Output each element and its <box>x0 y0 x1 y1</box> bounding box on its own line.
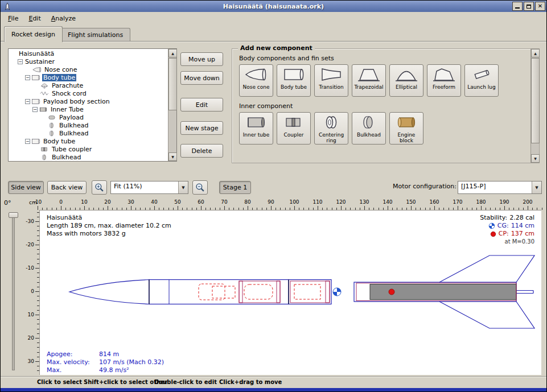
tree-item-nose-cone[interactable]: Nose cone <box>9 65 168 73</box>
tree-expander-icon[interactable]: − <box>25 75 30 80</box>
tree-item-bulkhead[interactable]: Bulkhead <box>9 153 168 161</box>
maximize-button[interactable] <box>524 2 534 11</box>
max-velocity-value: 107 m/s (Mach 0.32) <box>99 358 164 366</box>
minimize-button[interactable] <box>512 2 523 11</box>
tree-item-payload[interactable]: Payload <box>9 113 168 121</box>
menu-edit[interactable]: Edit <box>23 13 46 24</box>
title-bar[interactable]: Haisunäätä (haisunaata.ork) ✕ <box>1 1 546 12</box>
tree-expander-icon[interactable]: − <box>32 107 38 112</box>
component-button-label: Body tube <box>280 85 307 90</box>
add-elliptical-button[interactable]: Elliptical <box>389 64 423 97</box>
tree-action-buttons: Move upMove downEditNew stageDelete <box>180 52 223 160</box>
bulkhead-icon <box>357 115 380 131</box>
tree-item-label: Bulkhead <box>58 122 89 129</box>
menu-file[interactable]: File <box>3 13 23 24</box>
scroll-up-icon[interactable]: ▲ <box>531 49 540 57</box>
move-up-button[interactable]: Move up <box>180 52 223 66</box>
scroll-up-icon[interactable]: ▲ <box>168 49 177 57</box>
window-title: Haisunäätä (haisunaata.ork) <box>1 3 546 10</box>
add-trapezoidal-button[interactable]: Trapezoidal <box>352 64 386 97</box>
tree-item-label: Tube coupler <box>51 146 93 153</box>
tree-item-bulkhead[interactable]: Bulkhead <box>9 129 168 137</box>
motor-configuration-select[interactable]: [J115-P] ▼ <box>458 181 542 194</box>
add-panel-scrollbar[interactable]: ▲ ▼ <box>530 49 539 163</box>
tree-scrollbar[interactable]: ▲ ▼ <box>168 49 176 161</box>
status-bar: Click to select Shift+click to select ot… <box>1 376 547 388</box>
rocket-canvas[interactable]: Haisunäätä Length 189 cm, max. diameter … <box>39 210 541 375</box>
max-acceleration-value: 49.8 m/s² <box>99 366 129 375</box>
add-freeform-button[interactable]: Freeform <box>427 64 461 97</box>
tree-item-sustainer[interactable]: −Sustainer <box>9 57 168 65</box>
new-stage-button[interactable]: New stage <box>180 121 223 135</box>
cg-marker <box>333 288 341 296</box>
tree-item-payload-body-section[interactable]: −Payload body section <box>9 97 168 105</box>
add-inner-tube-button[interactable]: Inner tube <box>239 112 273 145</box>
add-panel-scrollbar-thumb[interactable] <box>531 58 540 143</box>
chevron-down-icon[interactable]: ▼ <box>178 181 188 193</box>
zoom-in-button[interactable] <box>92 180 107 195</box>
apogee-label: Apogee: <box>47 350 99 358</box>
scroll-down-icon[interactable]: ▼ <box>168 152 177 161</box>
tree-item-body-tube[interactable]: −Body tube <box>9 137 168 145</box>
rotation-slider-handle[interactable] <box>9 212 18 218</box>
tree-expander-icon[interactable]: − <box>25 99 30 104</box>
shock-cord-icon <box>40 90 50 97</box>
menu-analyze[interactable]: Analyze <box>46 13 81 24</box>
add-engine-block-button[interactable]: Engine block <box>389 112 423 145</box>
tree-item-label: Nose cone <box>43 66 78 73</box>
tab-rocket-design[interactable]: Rocket design <box>4 26 63 42</box>
tab-flight-simulations[interactable]: Flight simulations <box>60 28 130 41</box>
component-button-label: Trapezoidal <box>353 85 384 90</box>
tree-item-haisun-t[interactable]: Haisunäätä <box>9 49 168 57</box>
add-coupler-button[interactable]: Coupler <box>277 112 311 145</box>
component-tree: Haisunäätä−SustainerNose cone−Body tubeP… <box>9 49 168 161</box>
vertical-ruler: -30-20-100102030 <box>22 210 39 375</box>
tree-item-inner-tube[interactable]: −Inner Tube <box>9 105 168 113</box>
side-view-button[interactable]: Side view <box>8 181 44 194</box>
trapezoidal-fin-icon <box>357 67 380 84</box>
scroll-down-icon[interactable]: ▼ <box>531 154 540 163</box>
minimize-icon <box>515 5 520 9</box>
rotation-slider-track[interactable] <box>12 213 15 370</box>
window-bottom-edge <box>1 388 547 392</box>
edit-button[interactable]: Edit <box>180 98 223 112</box>
status-hint: Click to select <box>37 379 82 385</box>
delete-button[interactable]: Delete <box>180 144 223 158</box>
magnifier-plus-icon <box>94 183 104 192</box>
add-bulkhead-button[interactable]: Bulkhead <box>352 112 386 145</box>
add-body-tube-button[interactable]: Body tube <box>277 64 311 97</box>
app-icon[interactable] <box>3 2 12 11</box>
component-button-label: Engine block <box>390 133 423 144</box>
component-button-label: Freeform <box>432 85 456 90</box>
add-component-panel: Add new component Body components and fi… <box>232 48 540 163</box>
tree-item-label: Shock cord <box>51 90 88 97</box>
zoom-out-button[interactable] <box>192 180 208 195</box>
tree-item-tube-coupler[interactable]: Tube coupler <box>9 145 168 153</box>
tree-expander-icon[interactable]: − <box>25 139 30 144</box>
chevron-down-icon[interactable]: ▼ <box>532 181 541 193</box>
move-down-button[interactable]: Move down <box>180 71 223 85</box>
tree-item-body-tube[interactable]: −Body tube <box>9 73 168 81</box>
rocket-mass: Mass with motors 3832 g <box>47 230 171 238</box>
cp-icon <box>490 231 496 237</box>
tree-item-parachute[interactable]: Parachute <box>9 81 168 89</box>
add-transition-button[interactable]: Transition <box>314 64 348 97</box>
status-hint: Click+drag to move <box>219 379 282 385</box>
transition-icon <box>320 67 343 84</box>
body-tube-icon <box>31 98 41 105</box>
close-button[interactable]: ✕ <box>535 2 545 11</box>
add-nose-cone-button[interactable]: Nose cone <box>239 64 273 97</box>
add-launch-lug-button[interactable]: Launch lug <box>464 64 499 97</box>
zoom-select[interactable]: Fit (11%) ▼ <box>110 181 188 194</box>
tree-item-shock-cord[interactable]: Shock cord <box>9 89 168 97</box>
tree-scrollbar-thumb[interactable] <box>168 58 177 110</box>
tree-expander-icon[interactable]: − <box>18 59 23 64</box>
tree-item-bulkhead[interactable]: Bulkhead <box>9 121 168 129</box>
add-centering-ring-button[interactable]: Centering ring <box>314 112 348 145</box>
back-view-button[interactable]: Back view <box>47 181 87 194</box>
cg-icon <box>488 222 495 229</box>
cg-label: CG: <box>497 222 509 230</box>
cp-marker <box>389 289 394 295</box>
stage-1-toggle[interactable]: Stage 1 <box>219 181 251 194</box>
tree-item-label: Sustainer <box>24 58 56 65</box>
